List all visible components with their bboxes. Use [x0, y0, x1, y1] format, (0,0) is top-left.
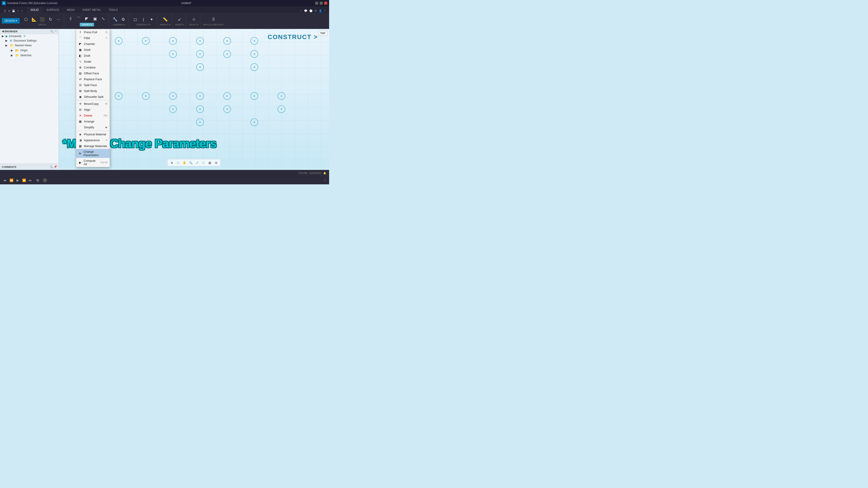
- menu-item-split-face[interactable]: ⊟ Split Face: [76, 82, 110, 88]
- construct-plane-btn[interactable]: ◻: [131, 16, 139, 23]
- redo-icon[interactable]: ↪: [21, 9, 23, 12]
- menu-item-chamfer[interactable]: ◤ Chamfer: [76, 41, 110, 47]
- menu-item-offset-face[interactable]: ▤ Offset Face: [76, 70, 110, 76]
- browser-item-named-views[interactable]: ▶ 📁 Named Views: [0, 43, 59, 48]
- undo-icon[interactable]: ↩: [17, 9, 19, 12]
- tab-tools[interactable]: TOOLS: [105, 7, 121, 13]
- fit-btn[interactable]: ⤢: [195, 160, 199, 165]
- revolve-btn[interactable]: ↻: [47, 16, 54, 23]
- view-mode-btn[interactable]: □: [201, 160, 206, 165]
- refresh-icon[interactable]: ↻: [24, 35, 26, 38]
- menu-item-split-body[interactable]: ⊠ Split Body: [76, 88, 110, 94]
- comments-icon[interactable]: 🔍: [50, 165, 53, 168]
- close-button[interactable]: ✕: [324, 2, 327, 5]
- back-arrow-icon[interactable]: ☰: [4, 9, 6, 13]
- browser-root-item[interactable]: ▶ ◉ (Unsaved) ↻: [0, 34, 59, 38]
- construct-axis-btn[interactable]: |: [140, 16, 147, 23]
- menu-item-draft[interactable]: ◧ Draft: [76, 53, 110, 59]
- help-icon[interactable]: ?: [324, 9, 326, 12]
- timeline-start-btn[interactable]: ⏮: [3, 178, 7, 183]
- plus-tab-icon[interactable]: ＋: [300, 9, 302, 13]
- menu-item-arrange[interactable]: ▦ Arrange: [76, 119, 110, 124]
- menu-item-compute-all[interactable]: ▶ Compute All Ctrl+B: [76, 158, 110, 167]
- user-icon[interactable]: 👤: [319, 9, 322, 12]
- press-pull-btn[interactable]: ⇧: [67, 15, 74, 22]
- orbit-btn[interactable]: ⊕: [169, 160, 174, 165]
- titlebar: A Autodesk Fusion 360 (Education License…: [0, 0, 329, 6]
- braille-label[interactable]: BRAILLE CREATOR ▾: [203, 24, 223, 26]
- timeline-next-btn[interactable]: ⏩: [22, 178, 26, 183]
- select-btn[interactable]: ⊹: [190, 16, 197, 23]
- look-at-btn[interactable]: □: [176, 160, 181, 165]
- scale-btn[interactable]: ⤡: [99, 15, 107, 22]
- extrude-btn[interactable]: ⬛: [39, 16, 46, 23]
- braille-btn[interactable]: ⠿: [210, 16, 217, 23]
- tab-sheet-metal[interactable]: SHEET METAL: [79, 7, 104, 13]
- canvas-circle: [250, 50, 258, 58]
- joint-btn[interactable]: ⚙: [120, 16, 127, 23]
- display-settings-btn[interactable]: ⊞: [214, 160, 219, 165]
- collapse-icon[interactable]: ◀: [2, 30, 4, 33]
- menu-item-replace-face[interactable]: ⇄ Replace Face: [76, 76, 110, 82]
- timeline-end-btn[interactable]: ⏭: [28, 178, 33, 183]
- tab-solid[interactable]: SOLID: [27, 7, 42, 13]
- browser-item-origin[interactable]: ▶ 📂 Origin: [0, 48, 59, 53]
- new-component-btn[interactable]: ⬡: [22, 16, 30, 23]
- inspect-label[interactable]: INSPECT ▾: [160, 24, 170, 26]
- assemble-btn[interactable]: 🔧: [112, 16, 119, 23]
- menu-item-shell[interactable]: ▣ Shell: [76, 47, 110, 53]
- insert-label[interactable]: INSERT ▾: [175, 24, 184, 26]
- create-more-btn[interactable]: ⋯: [55, 16, 62, 23]
- zoom-btn[interactable]: 🔍: [188, 160, 193, 165]
- grid-icon[interactable]: ⊞: [8, 9, 10, 12]
- menu-item-combine[interactable]: ⊕ Combine: [76, 64, 110, 70]
- menu-item-silhouette-split[interactable]: ◉ Silhouette Split: [76, 94, 110, 100]
- silhouette-split-icon: ◉: [79, 95, 82, 98]
- assemble-label[interactable]: ASSEMBLE ▾: [113, 24, 125, 26]
- gear-icon[interactable]: ⚙: [314, 9, 317, 12]
- create-sketch-btn[interactable]: 📐: [31, 16, 38, 23]
- menu-item-simplify[interactable]: Simplify ▶: [76, 124, 110, 130]
- comments-pin-icon[interactable]: 📌: [54, 165, 57, 168]
- tab-surface[interactable]: SURFACE: [43, 7, 63, 13]
- modify-label[interactable]: MODIFY ▾: [80, 23, 94, 26]
- maximize-button[interactable]: □: [320, 2, 323, 5]
- menu-item-scale[interactable]: ⤡ Scale: [76, 59, 110, 64]
- menu-item-align[interactable]: ⊟ Align: [76, 107, 110, 112]
- save-icon[interactable]: 💾: [12, 9, 15, 12]
- tab-mesh[interactable]: MESH: [63, 7, 79, 13]
- menu-item-fillet[interactable]: ⌒ Fillet F: [76, 35, 110, 41]
- insert-btn[interactable]: ↙: [176, 16, 183, 23]
- browser-more-icon[interactable]: ⋯: [54, 30, 57, 33]
- timeline-settings-icon[interactable]: ⚙: [324, 179, 327, 182]
- menu-item-manage-materials[interactable]: ▦ Manage Materials: [76, 143, 110, 149]
- timeline-prev-btn[interactable]: ⏪: [9, 178, 13, 183]
- minimize-button[interactable]: ─: [315, 2, 318, 5]
- menu-item-change-parameters[interactable]: fx Change Parameters: [76, 149, 110, 158]
- timeline-camera-icon[interactable]: 📷: [36, 179, 39, 182]
- browser-search-icon[interactable]: 🔍: [50, 30, 53, 33]
- browser-item-doc-settings[interactable]: ▶ ⚙ Document Settings: [0, 38, 59, 43]
- measure-btn[interactable]: 📏: [162, 16, 169, 23]
- grid-view-btn[interactable]: ▦: [207, 160, 212, 165]
- fillet-btn[interactable]: ⌒: [75, 15, 82, 22]
- canvas-circle: [169, 105, 177, 113]
- taskbar-notification-icon[interactable]: 🔔: [323, 172, 327, 175]
- select-label[interactable]: SELECT ▾: [189, 24, 198, 26]
- menu-item-delete[interactable]: ✕ Delete Del: [76, 112, 110, 119]
- browser-item-sketches[interactable]: ▶ 📁 Sketches: [0, 53, 59, 58]
- menu-item-move-copy[interactable]: ✛ Move/Copy M: [76, 101, 110, 107]
- shell-btn[interactable]: ▣: [91, 15, 98, 22]
- chat-icon[interactable]: 💬: [304, 9, 307, 12]
- construct-label[interactable]: CONSTRUCT ▾: [136, 24, 151, 26]
- construct-point-btn[interactable]: ✦: [148, 16, 155, 23]
- menu-item-appearance[interactable]: ◑ Appearance A: [76, 137, 110, 143]
- design-button[interactable]: DESIGN ▾: [2, 18, 20, 24]
- menu-item-physical-material[interactable]: ◈ Physical Material: [76, 131, 110, 137]
- menu-item-press-pull[interactable]: ⇧ Press Pull Q: [76, 29, 110, 35]
- modify-dropdown-menu: ⇧ Press Pull Q ⌒ Fillet F ◤ Chamfer ▣ Sh…: [76, 29, 110, 167]
- clock-icon[interactable]: 🕐: [309, 9, 313, 12]
- chamfer-btn[interactable]: ◤: [83, 15, 90, 22]
- timeline-play-btn[interactable]: ▶: [16, 178, 20, 183]
- pan-btn[interactable]: ✋: [182, 160, 187, 165]
